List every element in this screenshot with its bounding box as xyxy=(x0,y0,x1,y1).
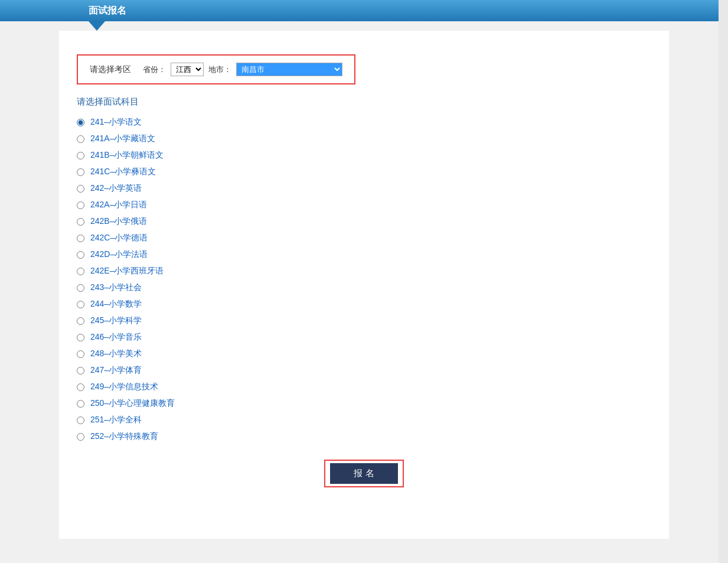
main-content: 请选择考区 省份： 江西 北京 上海 广东 地市： 南昌市 九江市 赣州市 吉安… xyxy=(59,31,669,539)
region-section: 请选择考区 省份： 江西 北京 上海 广东 地市： 南昌市 九江市 赣州市 吉安… xyxy=(77,54,355,84)
subject-label-245[interactable]: 245–小学科学 xyxy=(90,315,142,326)
submit-button[interactable]: 报 名 xyxy=(330,463,397,484)
subject-label-242B[interactable]: 242B–小学俄语 xyxy=(90,216,147,227)
submit-area: 报 名 xyxy=(77,460,651,487)
subject-item: 242E–小学西班牙语 xyxy=(77,266,651,276)
subject-radio-244[interactable] xyxy=(77,301,84,308)
scrollbar-placeholder xyxy=(719,0,728,539)
subject-radio-241B[interactable] xyxy=(77,152,84,160)
subject-radio-243[interactable] xyxy=(77,284,84,292)
subject-radio-242[interactable] xyxy=(77,185,84,193)
subject-item: 241–小学语文 xyxy=(77,117,651,128)
subject-item: 249–小学信息技术 xyxy=(77,382,651,392)
subject-item: 247–小学体育 xyxy=(77,365,651,376)
subject-label-242E[interactable]: 242E–小学西班牙语 xyxy=(90,266,164,276)
subject-item: 246–小学音乐 xyxy=(77,332,651,343)
province-select[interactable]: 江西 北京 上海 广东 xyxy=(171,63,204,76)
subject-item: 242B–小学俄语 xyxy=(77,216,651,227)
subject-radio-241[interactable] xyxy=(77,119,84,126)
subject-label-241C[interactable]: 241C–小学彝语文 xyxy=(90,167,156,177)
submit-wrapper: 报 名 xyxy=(324,460,403,487)
subject-radio-247[interactable] xyxy=(77,367,84,375)
header-bar: 面试报名 xyxy=(0,0,728,21)
subject-label-241B[interactable]: 241B–小学朝鲜语文 xyxy=(90,150,164,161)
subject-item: 241C–小学彝语文 xyxy=(77,167,651,177)
subject-item: 242A–小学日语 xyxy=(77,200,651,210)
subject-radio-242A[interactable] xyxy=(77,201,84,209)
subject-radio-246[interactable] xyxy=(77,334,84,341)
select-group: 省份： 江西 北京 上海 广东 地市： 南昌市 九江市 赣州市 吉安市 xyxy=(143,63,342,76)
subject-radio-251[interactable] xyxy=(77,416,84,424)
subject-label-249[interactable]: 249–小学信息技术 xyxy=(90,382,158,392)
subject-radio-245[interactable] xyxy=(77,317,84,325)
subject-radio-241A[interactable] xyxy=(77,135,84,143)
subject-radio-242C[interactable] xyxy=(77,235,84,242)
subject-label-241A[interactable]: 241A–小学藏语文 xyxy=(90,134,155,144)
subject-section-title: 请选择面试科目 xyxy=(77,96,651,108)
header-title: 面试报名 xyxy=(89,5,126,17)
subject-item: 241B–小学朝鲜语文 xyxy=(77,150,651,161)
subject-label-251[interactable]: 251–小学全科 xyxy=(90,415,142,425)
subject-item: 248–小学美术 xyxy=(77,349,651,359)
subject-radio-242D[interactable] xyxy=(77,251,84,259)
subject-label-242C[interactable]: 242C–小学德语 xyxy=(90,233,148,243)
subject-radio-242B[interactable] xyxy=(77,218,84,226)
subject-label-247[interactable]: 247–小学体育 xyxy=(90,365,142,376)
subject-radio-248[interactable] xyxy=(77,350,84,358)
subject-radio-242E[interactable] xyxy=(77,268,84,275)
subject-label-242[interactable]: 242–小学英语 xyxy=(90,183,142,194)
subject-radio-241C[interactable] xyxy=(77,168,84,176)
subject-item: 252–小学特殊教育 xyxy=(77,431,651,442)
subject-label-243[interactable]: 243–小学社会 xyxy=(90,282,142,293)
triangle-indicator xyxy=(89,21,105,31)
subject-label-241[interactable]: 241–小学语文 xyxy=(90,117,142,128)
city-select[interactable]: 南昌市 九江市 赣州市 吉安市 xyxy=(236,63,342,76)
subject-radio-249[interactable] xyxy=(77,383,84,391)
subject-item: 242D–小学法语 xyxy=(77,249,651,260)
subject-label-248[interactable]: 248–小学美术 xyxy=(90,349,142,359)
subject-label-250[interactable]: 250–小学心理健康教育 xyxy=(90,398,175,409)
subject-item: 250–小学心理健康教育 xyxy=(77,398,651,409)
subject-item: 241A–小学藏语文 xyxy=(77,134,651,144)
subject-label-242A[interactable]: 242A–小学日语 xyxy=(90,200,147,210)
subject-radio-250[interactable] xyxy=(77,400,84,408)
subject-item: 243–小学社会 xyxy=(77,282,651,293)
subject-item: 244–小学数学 xyxy=(77,299,651,310)
subject-item: 242–小学英语 xyxy=(77,183,651,194)
subject-item: 251–小学全科 xyxy=(77,415,651,425)
subject-label-242D[interactable]: 242D–小学法语 xyxy=(90,249,148,260)
subject-label-244[interactable]: 244–小学数学 xyxy=(90,299,142,310)
city-label: 地市： xyxy=(208,64,231,75)
subject-item: 245–小学科学 xyxy=(77,315,651,326)
subject-label-246[interactable]: 246–小学音乐 xyxy=(90,332,142,343)
subject-radio-252[interactable] xyxy=(77,433,84,441)
subject-list: 241–小学语文241A–小学藏语文241B–小学朝鲜语文241C–小学彝语文2… xyxy=(77,117,651,442)
subject-label-252[interactable]: 252–小学特殊教育 xyxy=(90,431,158,442)
province-label: 省份： xyxy=(143,64,166,75)
subject-item: 242C–小学德语 xyxy=(77,233,651,243)
region-label: 请选择考区 xyxy=(90,64,131,75)
